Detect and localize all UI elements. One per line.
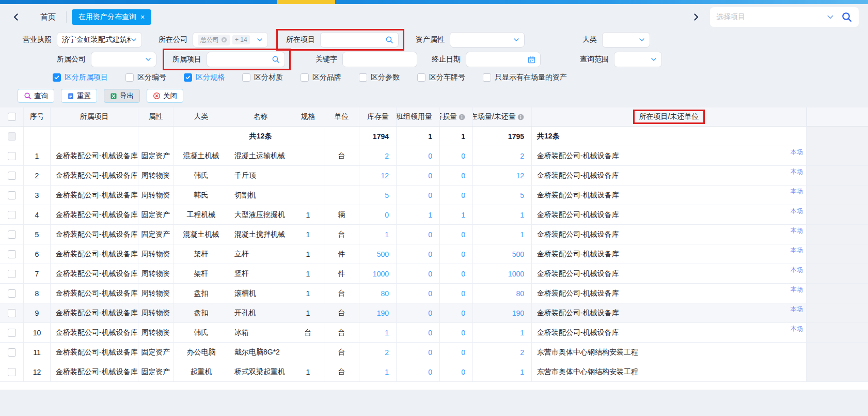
query-scope-select[interactable]	[614, 52, 662, 67]
tag-close-icon[interactable]	[221, 37, 227, 43]
cell-team[interactable]: 0	[397, 303, 440, 322]
end-date-input[interactable]	[471, 53, 528, 66]
row-checkbox[interactable]	[8, 250, 16, 258]
cell-team[interactable]: 0	[397, 264, 440, 283]
cell-loss[interactable]: 0	[440, 343, 473, 362]
checkbox[interactable]	[242, 73, 250, 82]
export-button[interactable]: 导出	[104, 89, 140, 103]
cell-team[interactable]: 0	[397, 284, 440, 303]
tabs-back-button[interactable]	[9, 10, 23, 24]
cell-stock[interactable]: 2	[359, 146, 397, 165]
checkbox[interactable]	[301, 73, 309, 82]
cell-stock[interactable]: 190	[359, 303, 397, 322]
cell-onsite[interactable]: 1	[473, 205, 532, 224]
row-checkbox[interactable]	[8, 309, 16, 317]
keyword-input[interactable]	[348, 53, 412, 66]
option-distinguish-plate-number[interactable]: 区分车牌号	[417, 73, 465, 82]
onsite-tag-link[interactable]: 本场	[791, 187, 803, 196]
cell-stock[interactable]: 1	[359, 323, 397, 342]
row-checkbox[interactable]	[8, 152, 16, 160]
tabs-forward-button[interactable]	[689, 10, 703, 24]
project-select[interactable]: 选择项目	[710, 7, 859, 27]
search-icon[interactable]	[385, 36, 393, 44]
close-button[interactable]: 关闭	[147, 89, 183, 103]
cell-team[interactable]: 0	[397, 166, 440, 185]
cell-stock[interactable]: 500	[359, 244, 397, 264]
option-distinguish-material[interactable]: 区分材质	[242, 73, 283, 82]
tab-active[interactable]: 在用资产分布查询 ×	[72, 9, 151, 25]
cell-loss[interactable]: 0	[440, 362, 473, 381]
cell-loss[interactable]: 0	[440, 146, 473, 165]
cell-stock[interactable]: 5	[359, 186, 397, 205]
option-distinguish-brand[interactable]: 区分品牌	[301, 73, 341, 82]
row-checkbox[interactable]	[8, 230, 16, 239]
cell-team[interactable]: 0	[397, 225, 440, 244]
cell-onsite[interactable]: 80	[473, 284, 532, 303]
search-icon[interactable]	[841, 11, 853, 23]
cell-loss[interactable]: 0	[440, 166, 473, 185]
cell-team[interactable]: 0	[397, 343, 440, 362]
cell-onsite[interactable]: 12	[473, 166, 532, 185]
option-only-onsite-assets[interactable]: 只显示有在场量的资产	[483, 73, 567, 82]
onsite-tag-link[interactable]: 本场	[791, 305, 803, 314]
cell-team[interactable]: 1	[397, 205, 440, 224]
onsite-tag-link[interactable]: 本场	[791, 285, 803, 294]
located-project-input[interactable]	[325, 33, 385, 47]
row-checkbox[interactable]	[8, 348, 16, 357]
cell-onsite[interactable]: 2	[473, 146, 532, 165]
checkbox[interactable]	[483, 73, 491, 82]
cell-loss[interactable]: 0	[440, 323, 473, 342]
owner-company-select[interactable]	[91, 52, 156, 67]
cell-team[interactable]: 0	[397, 323, 440, 342]
onsite-tag-link[interactable]: 本场	[791, 207, 803, 215]
row-checkbox[interactable]	[8, 329, 16, 337]
major-category-select[interactable]	[602, 32, 650, 48]
cell-onsite[interactable]: 1	[473, 225, 532, 244]
checkbox[interactable]	[53, 73, 61, 82]
cell-loss[interactable]: 0	[440, 284, 473, 303]
located-company-multiselect[interactable]: 总公司 + 14	[193, 32, 268, 48]
cell-team[interactable]: 0	[397, 146, 440, 165]
cell-loss[interactable]: 0	[440, 225, 473, 244]
cell-onsite[interactable]: 500	[473, 244, 532, 264]
cell-stock[interactable]: 2	[359, 343, 397, 362]
cell-team[interactable]: 0	[397, 362, 440, 381]
cell-onsite[interactable]: 1000	[473, 264, 532, 283]
owner-project-search[interactable]	[207, 52, 285, 67]
cell-team[interactable]: 0	[397, 244, 440, 264]
cell-loss[interactable]: 0	[440, 186, 473, 205]
search-icon[interactable]	[272, 55, 280, 64]
cell-onsite[interactable]: 2	[473, 343, 532, 362]
option-distinguish-owner-project[interactable]: 区分所属项目	[53, 73, 108, 82]
row-checkbox[interactable]	[8, 270, 16, 278]
checkbox[interactable]	[417, 73, 425, 82]
onsite-tag-link[interactable]: 本场	[791, 148, 803, 157]
cell-loss[interactable]: 0	[440, 264, 473, 283]
info-icon[interactable]	[459, 114, 465, 120]
tab-home[interactable]: 首页	[32, 12, 64, 22]
cell-stock[interactable]: 12	[359, 166, 397, 185]
owner-project-input[interactable]	[212, 53, 272, 66]
row-checkbox[interactable]	[8, 191, 16, 199]
cell-loss[interactable]: 0	[440, 244, 473, 264]
cell-stock[interactable]: 1	[359, 225, 397, 244]
cell-stock[interactable]: 1	[359, 362, 397, 381]
onsite-tag-link[interactable]: 本场	[791, 246, 803, 255]
option-distinguish-spec[interactable]: 区分规格	[184, 73, 225, 82]
cell-loss[interactable]: 0	[440, 303, 473, 322]
cell-stock[interactable]: 1000	[359, 264, 397, 283]
located-project-search[interactable]	[320, 32, 399, 48]
cell-onsite[interactable]: 1	[473, 323, 532, 342]
cell-onsite[interactable]: 1	[473, 362, 532, 381]
row-checkbox[interactable]	[8, 289, 16, 298]
onsite-tag-link[interactable]: 本场	[791, 325, 803, 333]
calendar-icon[interactable]	[528, 56, 535, 64]
cell-onsite[interactable]: 5	[473, 186, 532, 205]
onsite-tag-link[interactable]: 本场	[791, 226, 803, 235]
cell-stock[interactable]: 80	[359, 284, 397, 303]
checkbox[interactable]	[359, 73, 367, 82]
cell-team[interactable]: 0	[397, 186, 440, 205]
row-checkbox[interactable]	[8, 368, 16, 376]
onsite-tag-link[interactable]: 本场	[791, 266, 803, 274]
keyword-field[interactable]	[342, 52, 417, 67]
